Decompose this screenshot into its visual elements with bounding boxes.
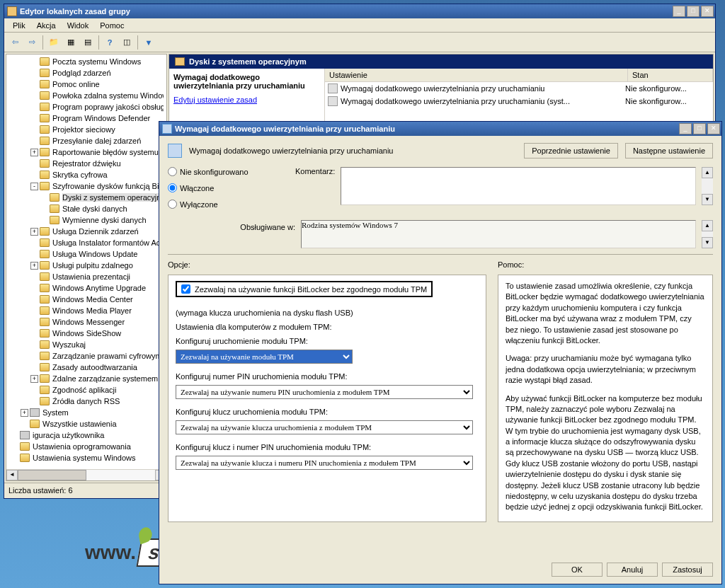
cfg-tpm-key-select[interactable]: Zezwalaj na używanie klucza uruchomienia…	[176, 420, 473, 434]
previous-setting-button[interactable]: Poprzednie ustawienie	[524, 143, 618, 158]
filter-button[interactable]: ▼	[141, 35, 156, 50]
comment-input[interactable]	[341, 167, 696, 205]
tree-node[interactable]: Program poprawy jakości obsługi klien	[8, 101, 165, 113]
tree-node[interactable]: Usługa Instalator formantów ActiveX	[8, 237, 165, 248]
dialog-close-button[interactable]: ✕	[707, 123, 720, 134]
tree-node[interactable]: Źródła danych RSS	[8, 396, 165, 407]
close-button[interactable]: ✕	[701, 6, 714, 17]
radio-enabled[interactable]	[168, 183, 177, 192]
tree-node[interactable]: Stałe dyski danych	[8, 203, 165, 214]
maximize-button[interactable]: □	[687, 6, 700, 17]
tree-node[interactable]: Pomoc online	[8, 79, 165, 90]
comment-scrollbar[interactable]: ▲ ▼	[702, 167, 713, 205]
expand-icon[interactable]: +	[30, 375, 38, 383]
expand-icon[interactable]: +	[30, 149, 38, 156]
tree-node[interactable]: Zarządzanie prawami cyfrowymi (DRM	[8, 350, 165, 362]
radio-disabled-label[interactable]: Wyłączone	[180, 200, 218, 209]
column-setting[interactable]: Ustawienie	[325, 69, 628, 81]
tree-node[interactable]: -Szyfrowanie dysków funkcją BitLocker	[8, 180, 165, 192]
cancel-button[interactable]: Anuluj	[607, 563, 658, 577]
tree-node[interactable]: Skrytka cyfrowa	[8, 169, 165, 180]
tree-node[interactable]: Projektor sieciowy	[8, 124, 165, 135]
menu-view[interactable]: Widok	[62, 20, 95, 31]
scroll-up-button[interactable]: ▲	[702, 167, 713, 178]
cfg-tpm-pin-select[interactable]: Zezwalaj na używanie numeru PIN uruchomi…	[176, 385, 473, 399]
dialog-titlebar[interactable]: Wymagaj dodatkowego uwierzytelniania prz…	[159, 122, 721, 136]
tree-node[interactable]: Windows Anytime Upgrade	[8, 282, 165, 294]
apply-button[interactable]: Zastosuj	[662, 563, 713, 577]
tree-node[interactable]: Usługa Windows Update	[8, 248, 165, 260]
cfg-tpm-keypin-select[interactable]: Zezwalaj na używanie klucza i numeru PIN…	[176, 456, 473, 470]
tree-node[interactable]: +Zdalne zarządzanie systemem Window	[8, 373, 165, 384]
tree-node[interactable]: Wymienne dyski danych	[8, 214, 165, 226]
radio-not-configured-label[interactable]: Nie skonfigurowano	[180, 168, 249, 176]
export-button[interactable]: ▤	[80, 35, 96, 50]
tree-node[interactable]: Windows Media Center	[8, 294, 165, 305]
titlebar[interactable]: Edytor lokalnych zasad grupy _ □ ✕	[4, 4, 715, 18]
tree-node[interactable]: Zgodność aplikacji	[8, 384, 165, 396]
scroll-down-button[interactable]: ▼	[702, 237, 713, 248]
next-setting-button[interactable]: Następne ustawienie	[625, 143, 713, 158]
tree-node[interactable]: Dyski z systemem operacyjnym	[8, 192, 165, 203]
tree-node[interactable]: +System	[8, 407, 165, 418]
menu-file[interactable]: Plik	[7, 20, 31, 31]
folder-icon	[40, 171, 50, 179]
cfg-tpm-startup-select[interactable]: Zezwalaj na używanie modułu TPM	[176, 350, 353, 364]
tree-node[interactable]: Wszystkie ustawienia	[8, 418, 165, 430]
tree-node[interactable]: Podgląd zdarzeń	[8, 67, 165, 79]
dialog-maximize-button[interactable]: □	[693, 123, 706, 134]
supported-scrollbar[interactable]: ▲ ▼	[702, 220, 713, 248]
tree-node[interactable]: Ustawienia oprogramowania	[8, 441, 165, 452]
radio-enabled-label[interactable]: Włączone	[180, 184, 214, 192]
scroll-track[interactable]	[18, 470, 155, 480]
collapse-icon[interactable]: -	[30, 183, 38, 190]
horizontal-scrollbar[interactable]: ◄ ►	[6, 469, 166, 480]
tree-node[interactable]: Program Windows Defender	[8, 113, 165, 124]
tree-node[interactable]: Zasady autoodtwarzania	[8, 362, 165, 373]
tree-node[interactable]: Przesyłanie dalej zdarzeń	[8, 135, 165, 146]
dialog-minimize-button[interactable]: _	[679, 123, 692, 134]
scroll-left-button[interactable]: ◄	[6, 470, 18, 480]
menu-help[interactable]: Pomoc	[94, 20, 130, 31]
up-folder-button[interactable]: 📁	[46, 35, 62, 50]
expand-icon[interactable]: +	[30, 228, 38, 236]
tree-node[interactable]: Windows Media Player	[8, 305, 165, 316]
menu-action[interactable]: Akcja	[31, 20, 62, 31]
radio-disabled[interactable]	[168, 200, 177, 209]
tree-label: Program Windows Defender	[52, 114, 150, 122]
tree-node[interactable]: Rejestrator dźwięku	[8, 158, 165, 169]
expand-icon[interactable]: +	[30, 262, 38, 270]
expand-icon[interactable]: +	[21, 409, 28, 417]
tree-content[interactable]: Poczta systemu WindowsPodgląd zdarzeńPom…	[6, 54, 166, 466]
toggle-button[interactable]: ◫	[119, 35, 135, 50]
back-button[interactable]: ⇦	[7, 35, 23, 50]
minimize-button[interactable]: _	[673, 6, 685, 17]
scroll-up-button[interactable]: ▲	[702, 220, 713, 231]
allow-without-tpm-checkbox[interactable]	[181, 284, 190, 294]
properties-button[interactable]: ▦	[63, 35, 79, 50]
forward-button[interactable]: ⇨	[24, 35, 40, 50]
setting-row[interactable]: Wymagaj dodatkowego uwierzytelniania prz…	[325, 95, 713, 108]
tree-node[interactable]: Powłoka zdalna systemu Windows	[8, 90, 165, 101]
tree-node[interactable]: Windows SideShow	[8, 328, 165, 339]
column-state[interactable]: Stan	[628, 69, 713, 81]
scroll-down-button[interactable]: ▼	[702, 194, 713, 205]
tree-node[interactable]: Poczta systemu Windows	[8, 56, 165, 67]
help-panel[interactable]: To ustawienie zasad umożliwia określenie…	[498, 275, 713, 522]
allow-without-tpm-label[interactable]: Zezwalaj na używanie funkcji BitLocker b…	[195, 285, 427, 294]
radio-not-configured[interactable]	[168, 167, 177, 176]
tree-node[interactable]: +Usługi pulpitu zdalnego	[8, 260, 165, 271]
scroll-thumb[interactable]	[18, 470, 86, 480]
tree-node[interactable]: Ustawienia systemu Windows	[8, 452, 165, 463]
setting-row[interactable]: Wymagaj dodatkowego uwierzytelniania prz…	[325, 82, 713, 95]
tree-node[interactable]: iguracja użytkownika	[8, 430, 165, 441]
tree-node[interactable]: +Usługa Dziennik zdarzeń	[8, 226, 165, 237]
tree-node[interactable]: Ustawienia prezentacji	[8, 271, 165, 282]
help-button[interactable]: ?	[102, 35, 118, 50]
edit-setting-link[interactable]: Edytuj ustawienie zasad	[173, 96, 257, 104]
tree-node[interactable]: Windows Messenger	[8, 316, 165, 328]
tree-node[interactable]: Wyszukaj	[8, 339, 165, 350]
folder-icon	[40, 397, 50, 405]
tree-node[interactable]: +Raportowanie błędów systemu Windo	[8, 146, 165, 158]
ok-button[interactable]: OK	[552, 563, 603, 577]
